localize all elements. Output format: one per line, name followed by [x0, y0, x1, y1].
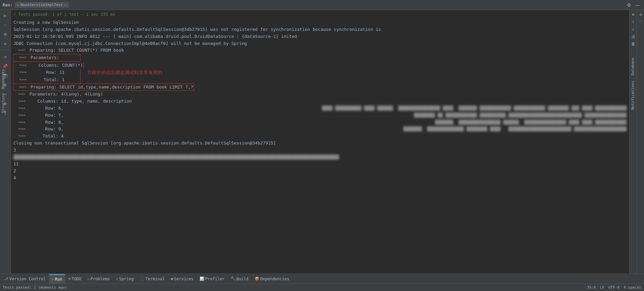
tab-dependencies-label: Dependencies — [260, 277, 289, 281]
right-panel-icons: ≡ ↑ ↓ 🖨 🗑 Database Notifications — [629, 10, 637, 274]
far-right-panel: ⚙ — — [637, 10, 644, 274]
tab-profiler-icon: 📊 — [200, 277, 204, 281]
console-output[interactable]: ✓ Tests passed: 1 of 1 test — 1 sec 335 … — [11, 10, 629, 274]
tab-vc-label: Version Control — [9, 277, 46, 281]
log-line-11: ==> Parameters: 4(Long), 4(Long) — [13, 91, 627, 98]
tab-todo[interactable]: ≡ TODO — [66, 274, 84, 284]
panel-icon-3[interactable]: ↓ — [631, 26, 635, 32]
log-prefix-7: <== — [14, 62, 26, 68]
tab-run-label: Run — [55, 277, 62, 282]
log-text-5: Preparing: SELECT COUNT(*) FROM book — [27, 47, 627, 54]
panel-icon-5[interactable]: 🗑 — [631, 41, 636, 47]
bookmarks-panel[interactable]: Bookmarks — [0, 67, 7, 91]
run-bar: Run: ▶ BookServiceImplTest ✕ ⚙ — — [0, 0, 644, 10]
right-vertical-tabs: Database Notifications — [630, 48, 637, 272]
log-line-17: <== Total: 4 — [13, 133, 627, 140]
log-prefix-11: ==> — [13, 91, 25, 97]
test-status-line: ✓ Tests passed: 1 of 1 test — 1 sec 335 … — [13, 11, 627, 18]
log-line-23: 4 — [13, 175, 627, 182]
tab-todo-label: TODO — [71, 277, 81, 281]
run-label: Run: — [3, 3, 12, 7]
log-line-22: 2 — [13, 168, 627, 175]
tab-build[interactable]: 🔨 Build — [228, 274, 251, 284]
tab-todo-icon: ≡ — [68, 277, 71, 281]
more-action-btn[interactable]: » — [1, 40, 9, 48]
status-line-ending[interactable]: LF — [600, 285, 604, 290]
log-blurred-16: ███████, ██████████████ ████████ ████ . … — [404, 126, 627, 133]
tab-terminal[interactable]: ⬛ Terminal — [137, 274, 168, 284]
log-text-4: JDBC Connection [com.mysql.cj.jdbc.Conne… — [13, 40, 627, 47]
left-vertical-panels: Bookmarks Structure — [0, 67, 7, 115]
console-wrapper: ✓ Tests passed: 1 of 1 test — 1 sec 335 … — [11, 10, 644, 274]
tab-problems-icon: ⚠ — [87, 277, 90, 281]
settings-button[interactable]: ⚙ — [626, 2, 633, 8]
log-text-10: Preparing: SELECT id,type,name,descripti… — [28, 84, 193, 91]
check-action-btn[interactable]: ✓ — [1, 21, 9, 29]
log-blurred-13: ████ ██████████ ████ ██████, ███████████… — [322, 105, 627, 112]
log-text-18: Closing non transactional SqlSession [or… — [13, 140, 627, 147]
status-encoding[interactable]: UTF-8 — [608, 285, 620, 290]
log-text-21: 11 — [13, 161, 627, 168]
log-line-13: <== Row: 6, ████ ██████████ ████ ██████,… — [13, 105, 627, 112]
log-line-14: <== Row: 7, ████████ ██ ████████████ ███… — [13, 112, 627, 119]
tab-dependencies[interactable]: 📦 Dependencies — [252, 274, 292, 284]
log-line-21: 11 — [13, 161, 627, 168]
status-right: 35:6 LF UTF-8 4 spaces — [587, 285, 641, 290]
status-indent[interactable]: 4 spaces — [624, 285, 641, 290]
log-text-14: Row: 7, — [27, 112, 414, 119]
tab-terminal-icon: ⬛ — [140, 277, 145, 281]
database-tab[interactable]: Database — [630, 55, 637, 78]
tab-services-label: Services — [174, 277, 194, 281]
log-prefix-12: <== — [13, 98, 25, 104]
log-line-20: ████████████████████████████████████████… — [13, 154, 627, 161]
bottom-tabs: ⎇ Version Control ▶ Run ≡ TODO ⚠ Problem… — [0, 274, 644, 284]
run-bar-actions: ⚙ — — [626, 2, 641, 8]
tab-version-control[interactable]: ⎇ Version Control — [1, 274, 48, 284]
log-line-6: ==> Parameters: — [13, 54, 80, 62]
log-text-11: Parameters: 4(Long), 4(Long) — [27, 91, 627, 98]
tab-build-icon: 🔨 — [231, 277, 235, 281]
status-position[interactable]: 35:6 — [587, 285, 596, 290]
log-prefix-16: <== — [13, 126, 25, 132]
rerun-btn[interactable]: ↺ — [1, 53, 9, 61]
log-line-3: 2023-01-12 16:50:01.995 INFO 4012 --- [ … — [13, 33, 627, 40]
status-bar: Tests passed: 1 (moments ago) 35:6 LF UT… — [0, 284, 644, 291]
log-prefix-17: <== — [13, 133, 25, 139]
log-text-15: Row: 8, — [27, 119, 435, 126]
notifications-tab[interactable]: Notifications — [630, 78, 637, 112]
tab-services[interactable]: ◉ Services — [168, 274, 196, 284]
tab-profiler[interactable]: 📊 Profiler — [197, 274, 227, 284]
structure-panel[interactable]: Structure — [0, 91, 7, 115]
run-tab-icon: ▶ — [17, 3, 19, 7]
log-text-7: Columns: COUNT(*) — [28, 62, 83, 69]
minimize-icon-right[interactable]: — — [638, 17, 644, 23]
run-tab-close[interactable]: ✕ — [64, 3, 66, 7]
log-line-7: <== Columns: COUNT(*) — [13, 62, 84, 69]
gear-icon-right[interactable]: ⚙ — [638, 11, 644, 17]
minimize-button[interactable]: — — [634, 2, 641, 8]
run-action-btn[interactable]: ▶ — [1, 11, 9, 19]
log-line-15: <== Row: 8, ███████, ████████████████ ██… — [13, 119, 627, 126]
tab-problems[interactable]: ⚠ Problems — [85, 274, 112, 284]
log-text-8: Row: 11 — [28, 69, 79, 76]
run-tab[interactable]: ▶ BookServiceImplTest ✕ — [14, 2, 69, 8]
panel-icon-1[interactable]: ≡ — [631, 11, 635, 17]
panel-icon-2[interactable]: ↑ — [631, 19, 635, 25]
log-line-12: <== Columns: id, type, name, description — [13, 98, 627, 105]
log-text-6: Parameters: — [28, 54, 79, 61]
tab-spring[interactable]: ❋ Spring — [113, 274, 137, 284]
separator — [0, 50, 10, 50]
log-line-5: ==> Preparing: SELECT COUNT(*) FROM book — [13, 47, 627, 54]
log-line-8: <== Row: 11 — [13, 69, 80, 76]
annotation-text: 方框中的信息都是调试时非常有用的 — [87, 69, 162, 76]
log-text-1: Creating a new SqlSession — [13, 19, 627, 26]
tab-run[interactable]: ▶ Run — [49, 274, 65, 284]
tab-run-icon: ▶ — [52, 277, 54, 281]
stop-action-btn[interactable]: ⊘ — [1, 30, 9, 38]
log-line-9: <== Total: 1 — [13, 76, 80, 83]
status-left: Tests passed: 1 (moments ago) — [3, 285, 67, 290]
panel-icon-4[interactable]: 🖨 — [631, 34, 636, 40]
log-text-3: 2023-01-12 16:50:01.995 INFO 4012 --- [ … — [13, 33, 627, 40]
log-prefix-10: ==> — [14, 84, 26, 90]
log-text-16: Row: 9, — [27, 126, 404, 133]
